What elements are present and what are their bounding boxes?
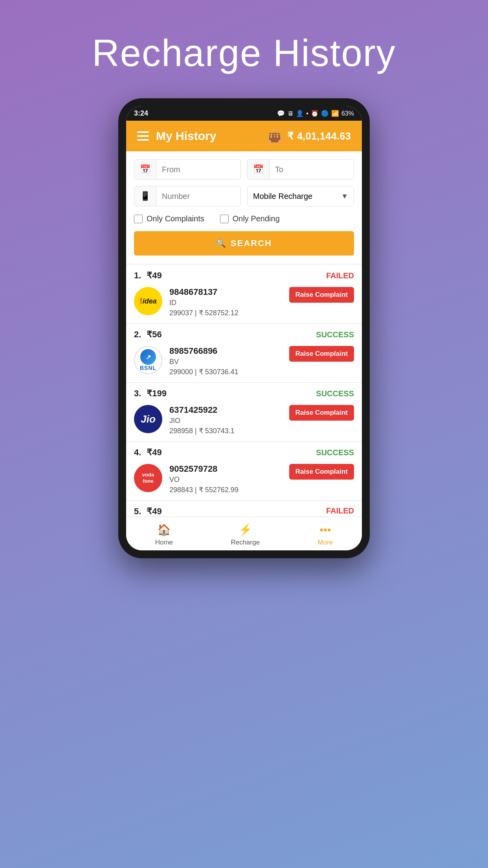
recharge-type-group: Mobile Recharge DTH Recharge Broadband ▼: [247, 186, 354, 206]
raise-complaint-btn-3[interactable]: Raise Complaint: [289, 405, 354, 421]
calendar-from-icon: 📅: [134, 160, 156, 179]
transaction-item-3: 3. ₹199 SUCCESS Jio 6371425922 JIO 29895…: [126, 383, 362, 442]
trans-number-2: 2.: [134, 329, 141, 340]
trans-amount-1: ₹49: [147, 270, 161, 281]
trans-amount-4: ₹49: [147, 447, 161, 458]
to-date-group: 📅: [247, 159, 354, 180]
signal-icon: 📶: [331, 110, 339, 117]
from-date-input[interactable]: [156, 160, 241, 179]
wallet-icon: 👜: [267, 129, 283, 143]
jio-logo: Jio: [134, 405, 162, 433]
trans-amount-5: ₹49: [147, 506, 161, 517]
header-left: My History: [137, 129, 216, 143]
user-icon: 👤: [296, 110, 304, 117]
status-bar: 3:24 💬 🖥 👤 • ⏰ 🔵 📶 63%: [126, 106, 362, 121]
trans-status-5: FAILED: [326, 506, 354, 517]
checkbox-row: Only Complaints Only Pending: [134, 213, 354, 225]
number-type-row: 📱 Mobile Recharge DTH Recharge Broadband…: [134, 186, 354, 206]
trans-number-5: 5.: [134, 506, 141, 517]
header-title: My History: [156, 129, 216, 143]
battery-label: 63%: [341, 110, 354, 117]
trans-details-3: 6371425922 JIO 298958 | ₹ 530743.1: [169, 405, 282, 435]
nav-recharge[interactable]: ⚡ Recharge: [231, 523, 260, 546]
trans-operator-3: JIO: [169, 417, 282, 425]
whatsapp-icon: 💬: [277, 110, 285, 117]
trans-id-2: 299000 | ₹ 530736.41: [169, 368, 282, 376]
only-pending-checkbox[interactable]: [220, 215, 229, 223]
trans-operator-2: BV: [169, 358, 282, 366]
trans-id-1: 299037 | ₹ 528752.12: [169, 309, 282, 317]
trans-status-1: FAILED: [326, 271, 354, 280]
number-group: 📱: [134, 186, 241, 206]
number-input[interactable]: [156, 187, 241, 206]
hamburger-line-3: [137, 139, 149, 141]
page-title: Recharge History: [92, 31, 396, 75]
phone-inner: 3:24 💬 🖥 👤 • ⏰ 🔵 📶 63% My History: [126, 106, 362, 550]
transaction-body-4: vodafone 9052579728 VO 298843 | ₹ 552762…: [126, 461, 362, 500]
nav-home[interactable]: 🏠 Home: [155, 523, 173, 546]
trans-operator-4: VO: [169, 476, 282, 484]
home-icon: 🏠: [157, 523, 171, 536]
idea-logo: ! idea: [134, 287, 162, 315]
trans-phone-3: 6371425922: [169, 405, 282, 415]
date-filter-row: 📅 📅: [134, 159, 354, 180]
trans-status-3: SUCCESS: [316, 389, 354, 398]
hamburger-line-2: [137, 135, 149, 137]
trans-operator-1: ID: [169, 299, 282, 307]
recharge-type-select[interactable]: Mobile Recharge DTH Recharge Broadband: [248, 186, 354, 206]
trans-details-1: 9848678137 ID 299037 | ₹ 528752.12: [169, 287, 282, 317]
trans-id-3: 298958 | ₹ 530743.1: [169, 427, 282, 435]
hamburger-menu[interactable]: [137, 131, 149, 141]
calendar-to-icon: 📅: [248, 160, 270, 179]
header-right: 👜 ₹ 4,01,144.63: [267, 129, 351, 143]
trans-phone-2: 8985766896: [169, 346, 282, 356]
trans-number-amount-2: 2. ₹56: [134, 329, 162, 340]
transaction-body-1: ! idea 9848678137 ID 299037 | ₹ 528752.1…: [126, 284, 362, 324]
to-date-input[interactable]: [270, 160, 354, 179]
from-date-group: 📅: [134, 159, 241, 180]
trans-number-amount-1: 1. ₹49: [134, 270, 162, 281]
trans-amount-3: ₹199: [147, 388, 167, 399]
alarm-icon: ⏰: [311, 110, 319, 117]
status-time: 3:24: [134, 109, 148, 118]
recharge-icon: ⚡: [238, 523, 252, 536]
nav-recharge-label: Recharge: [231, 539, 260, 546]
search-button[interactable]: 🔍 SEARCH: [134, 231, 354, 256]
trans-number-amount-4: 4. ₹49: [134, 447, 162, 458]
trans-number-amount-5: 5. ₹49: [134, 506, 162, 517]
trans-id-4: 298843 | ₹ 552762.99: [169, 485, 282, 494]
trans-number-3: 3.: [134, 388, 141, 399]
phone-frame: 3:24 💬 🖥 👤 • ⏰ 🔵 📶 63% My History: [118, 98, 370, 558]
trans-status-4: SUCCESS: [316, 448, 354, 457]
dot-icon: •: [306, 110, 308, 117]
only-complaints-label: Only Complaints: [147, 214, 204, 223]
bluetooth-icon: 🔵: [321, 110, 329, 117]
hamburger-line-1: [137, 131, 149, 133]
trans-amount-2: ₹56: [147, 329, 161, 340]
trans-details-4: 9052579728 VO 298843 | ₹ 552762.99: [169, 464, 282, 494]
transaction-item-1: 1. ₹49 FAILED ! idea 9848678137 ID 29903…: [126, 265, 362, 324]
only-complaints-checkbox[interactable]: [134, 215, 143, 223]
transaction-header-2: 2. ₹56 SUCCESS: [126, 324, 362, 343]
more-icon: •••: [319, 524, 331, 536]
transaction-item-5-partial: 5. ₹49 FAILED: [126, 501, 362, 517]
trans-number-1: 1.: [134, 270, 141, 281]
vodafone-logo: vodafone: [134, 464, 162, 492]
trans-number-amount-3: 3. ₹199: [134, 388, 167, 399]
transaction-header-1: 1. ₹49 FAILED: [126, 265, 362, 284]
bsnl-logo: ↗ BSNL: [134, 346, 162, 374]
transaction-item-2: 2. ₹56 SUCCESS ↗ BSNL: [126, 324, 362, 383]
raise-complaint-btn-4[interactable]: Raise Complaint: [289, 464, 354, 480]
transaction-header-4: 4. ₹49 SUCCESS: [126, 442, 362, 461]
transaction-body-3: Jio 6371425922 JIO 298958 | ₹ 530743.1 R…: [126, 402, 362, 441]
raise-complaint-btn-1[interactable]: Raise Complaint: [289, 287, 354, 303]
recharge-type-wrapper: Mobile Recharge DTH Recharge Broadband ▼: [248, 186, 354, 206]
trans-details-2: 8985766896 BV 299000 | ₹ 530736.41: [169, 346, 282, 376]
phone-icon: 📱: [134, 186, 156, 206]
nav-more-label: More: [318, 539, 333, 546]
display-icon: 🖥: [287, 110, 294, 117]
only-pending-label: Only Pending: [233, 214, 280, 223]
raise-complaint-btn-2[interactable]: Raise Complaint: [289, 346, 354, 362]
trans-phone-1: 9848678137: [169, 287, 282, 297]
nav-more[interactable]: ••• More: [318, 524, 333, 546]
